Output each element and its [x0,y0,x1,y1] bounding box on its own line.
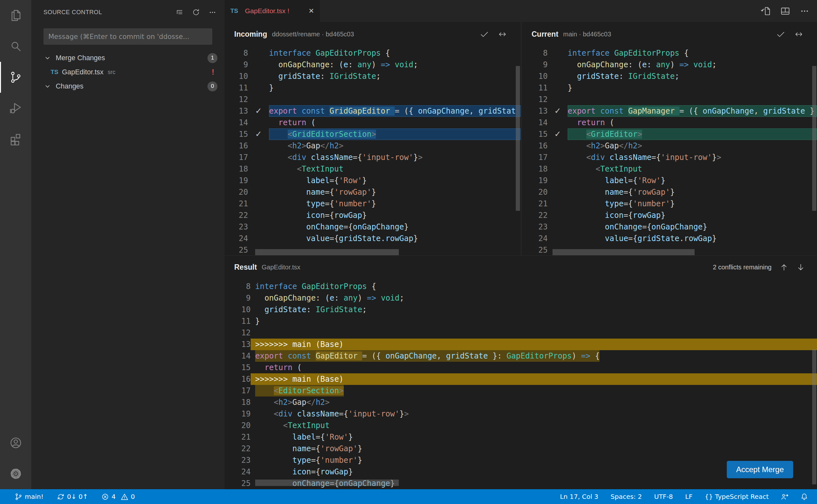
code-line[interactable]: 9 onGapChange: (e: any) => void; [522,59,817,70]
incoming-vertical-scrollbar[interactable] [516,66,520,211]
code-line[interactable]: 13✓export const GridGapEditor = ({ onGap… [225,105,521,117]
code-line[interactable]: 21 label={'Row'} [225,431,817,443]
accept-merge-button[interactable]: Accept Merge [727,461,793,478]
run-debug-icon[interactable] [0,93,31,124]
encoding[interactable]: UTF-8 [654,493,673,500]
code-line[interactable]: 24 value={gridState.rowGap} [225,233,521,244]
feedback-icon[interactable] [781,493,788,500]
refresh-icon[interactable] [192,8,200,17]
accept-change-checkbox[interactable]: ✓ [548,128,568,140]
search-icon[interactable] [0,31,31,62]
code-line[interactable]: 11} [522,82,817,94]
code-line[interactable]: 11} [225,315,817,327]
result-code-pane[interactable]: 8interface GapEditorProps {9 onGapChange… [225,279,817,489]
code-line[interactable]: 16 <h2>Gap</h2> [225,140,521,152]
open-file-icon[interactable] [761,6,771,16]
previous-conflict-icon[interactable] [779,263,789,272]
code-line[interactable]: 20 name={'rowGap'} [522,186,817,198]
result-vertical-scrollbar[interactable] [812,349,816,484]
settings-gear-icon[interactable] [0,458,31,489]
code-line[interactable]: 22 icon={rowGap} [225,210,521,221]
source-control-icon[interactable] [0,62,31,93]
next-conflict-icon[interactable] [796,263,805,272]
result-horizontal-scrollbar[interactable] [255,480,399,486]
current-code-pane[interactable]: 8interface GapEditorProps {9 onGapChange… [522,47,817,255]
section-changes[interactable]: Changes 0 [31,79,225,93]
accept-change-checkbox[interactable]: ✓ [548,105,568,117]
code-line[interactable]: 19 label={'Row'} [225,175,521,186]
accept-change-checkbox[interactable]: ✓ [248,128,269,140]
code-line[interactable]: 8interface GapEditorProps { [522,47,817,59]
code-line[interactable]: 12 [522,94,817,105]
close-icon[interactable]: ✕ [308,7,314,15]
code-line[interactable]: 21 type={'number'} [225,198,521,210]
code-line[interactable]: 17 <EditorSection> [225,385,817,397]
accept-all-current-icon[interactable] [776,30,785,39]
file-row-gapeditor[interactable]: TS GapEditor.tsx src ! [31,65,225,79]
compare-swap-icon[interactable] [498,30,507,39]
code-line[interactable]: 8interface GapEditorProps { [225,47,521,59]
code-line[interactable]: 19 label={'Row'} [522,175,817,186]
code-line[interactable]: 14 return ( [522,117,817,128]
view-as-tree-icon[interactable] [175,8,184,17]
code-line[interactable]: 15✓ <GridEditorSection> [225,128,521,140]
code-line[interactable]: 9 onGapChange: (e: any) => void; [225,59,521,70]
code-line[interactable]: 24 value={gridState.rowGap} [522,233,817,244]
code-line[interactable]: 17 <div className={'input-row'}> [225,152,521,163]
incoming-horizontal-scrollbar[interactable] [255,249,399,255]
code-line[interactable]: 11} [225,82,521,94]
code-line[interactable]: 20 name={'rowGap'} [225,186,521,198]
code-line[interactable]: 17 <div className={'input-row'}> [522,152,817,163]
extensions-icon[interactable] [0,124,31,154]
explorer-icon[interactable] [0,0,31,31]
code-line[interactable]: 10 gridState: IGridState; [522,70,817,82]
code-line[interactable]: 16>>>>>>> main (Base) [225,373,817,385]
code-line[interactable]: 10 gridState: IGridState; [225,304,817,315]
tab-gapeditor[interactable]: TS GapEditor.tsx ! ✕ [225,0,320,22]
code-line[interactable]: 23 onChange={onGapChange} [225,221,521,233]
code-line[interactable]: 18 <TextInput [522,163,817,175]
notifications-bell-icon[interactable] [801,493,808,500]
code-line[interactable]: 9 onGapChange: (e: any) => void; [225,292,817,304]
merge-layout-icon[interactable] [780,6,791,16]
code-line[interactable]: 12 [225,327,817,339]
chevron-down-icon[interactable] [44,55,51,61]
incoming-code-pane[interactable]: 8interface GapEditorProps {9 onGapChange… [225,47,521,255]
current-vertical-scrollbar[interactable] [812,66,816,211]
accept-change-checkbox[interactable]: ✓ [248,105,269,117]
eol-sequence[interactable]: LF [685,493,693,500]
section-merge-changes[interactable]: Merge Changes 1 [31,51,225,65]
code-line[interactable]: 19 <div className={'input-row'}> [225,408,817,420]
cursor-position[interactable]: Ln 17, Col 3 [560,493,598,500]
code-line[interactable]: 23 onChange={onGapChange} [522,221,817,233]
more-actions-icon[interactable] [799,6,810,16]
code-line[interactable]: 15 return ( [225,362,817,373]
more-actions-icon[interactable] [208,8,217,17]
code-line[interactable]: 13✓export const GapManager = ({ onGapCha… [522,105,817,117]
commit-message-input[interactable] [43,28,212,45]
code-line[interactable]: 22 icon={rowGap} [522,210,817,221]
indentation[interactable]: Spaces: 2 [610,493,642,500]
code-line[interactable]: 16 <h2>Gap</h2> [522,140,817,152]
sync-status[interactable]: 0↓ 0↑ [57,493,88,500]
code-line[interactable]: 15✓ <GridEditor> [522,128,817,140]
code-line[interactable]: 12 [225,94,521,105]
branch-status[interactable]: main! [15,493,43,500]
code-line[interactable]: 18 <TextInput [225,163,521,175]
current-horizontal-scrollbar[interactable] [552,249,695,255]
code-line[interactable]: 20 <TextInput [225,420,817,431]
accept-all-incoming-icon[interactable] [480,30,489,39]
account-icon[interactable] [0,427,31,458]
code-line[interactable]: 22 name={'rowGap'} [225,443,817,454]
code-line[interactable]: 14export const GapEditor = ({ onGapChang… [225,350,817,362]
code-line[interactable]: 13>>>>>>> main (Base) [225,339,817,350]
code-line[interactable]: 8interface GapEditorProps { [225,281,817,292]
problems-status[interactable]: 4 0 [101,493,135,500]
language-mode[interactable]: {} TypeScript React [705,493,769,500]
chevron-down-icon[interactable] [44,83,51,89]
compare-swap-icon[interactable] [794,30,803,39]
code-line[interactable]: 18 <h2>Gap</h2> [225,397,817,408]
code-line[interactable]: 10 gridState: IGridState; [225,70,521,82]
code-line[interactable]: 14 return ( [225,117,521,128]
code-line[interactable]: 21 type={'number'} [522,198,817,210]
